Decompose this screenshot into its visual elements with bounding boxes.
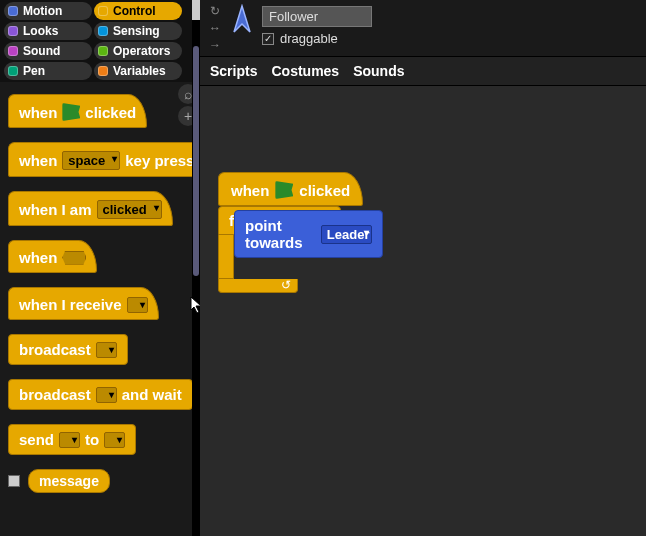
message-reporter[interactable]: message [28, 469, 110, 493]
draggable-checkbox[interactable]: ✓ [262, 33, 274, 45]
category-control[interactable]: Control [94, 2, 182, 20]
categories: MotionControlLooksSensingSoundOperatorsP… [0, 0, 200, 82]
category-looks[interactable]: Looks [4, 22, 92, 40]
broadcast-wait-block[interactable]: broadcastand wait [8, 379, 193, 410]
sprite-name-input[interactable]: Follower [262, 6, 372, 27]
hex-input[interactable] [62, 251, 86, 265]
when-condition-block[interactable]: when [8, 240, 97, 273]
block-palette-panel: MotionControlLooksSensingSoundOperatorsP… [0, 0, 200, 536]
key-dropdown[interactable]: space [62, 151, 120, 170]
point-towards-block[interactable]: point towardsLeader [234, 210, 383, 258]
green-flag-icon [275, 181, 293, 199]
rotate-lr-icon[interactable]: ↔ [208, 21, 222, 35]
category-sensing[interactable]: Sensing [94, 22, 182, 40]
point-target-dropdown[interactable]: Leader [321, 225, 372, 244]
message-watcher-checkbox[interactable] [8, 475, 20, 487]
broadcast-wait-dropdown[interactable] [96, 387, 117, 403]
category-pen[interactable]: Pen [4, 62, 92, 80]
editor-tabs: Scripts Costumes Sounds [200, 56, 646, 86]
sprite-toolbar: ↻ ↔ → Follower ✓ draggable [200, 0, 646, 56]
direction-arrow-icon[interactable] [232, 4, 252, 34]
category-motion[interactable]: Motion [4, 2, 92, 20]
when-flag-clicked-block[interactable]: whenclicked [218, 172, 363, 206]
iam-dropdown[interactable]: clicked [97, 200, 162, 219]
scrollbar-thumb[interactable] [193, 46, 199, 276]
send-to-block[interactable]: sendto [8, 424, 136, 455]
when-flag-clicked-block[interactable]: whenclicked [8, 94, 147, 128]
tab-sounds[interactable]: Sounds [353, 63, 404, 79]
when-i-am-block[interactable]: when I amclicked [8, 191, 173, 226]
rotate-none-icon[interactable]: → [208, 38, 222, 52]
palette: ⌕ + whenclicked whenspacekey pressed whe… [0, 82, 200, 536]
script-stack[interactable]: whenclicked forever point towardsLeader [218, 172, 363, 293]
scripts-canvas[interactable]: whenclicked forever point towardsLeader [200, 86, 646, 536]
category-sound[interactable]: Sound [4, 42, 92, 60]
rotate-free-icon[interactable]: ↻ [208, 4, 222, 18]
green-flag-icon [62, 103, 80, 121]
when-key-pressed-block[interactable]: whenspacekey pressed [8, 142, 200, 177]
send-target-dropdown[interactable] [104, 432, 125, 448]
palette-scrollbar[interactable] [192, 0, 200, 536]
when-receive-block[interactable]: when I receive [8, 287, 159, 320]
draggable-label: draggable [280, 31, 338, 46]
category-operators[interactable]: Operators [94, 42, 182, 60]
broadcast-block[interactable]: broadcast [8, 334, 128, 365]
send-msg-dropdown[interactable] [59, 432, 80, 448]
broadcast-dropdown[interactable] [96, 342, 117, 358]
tab-costumes[interactable]: Costumes [271, 63, 339, 79]
tab-scripts[interactable]: Scripts [210, 63, 257, 79]
category-variables[interactable]: Variables [94, 62, 182, 80]
message-dropdown[interactable] [127, 297, 148, 313]
